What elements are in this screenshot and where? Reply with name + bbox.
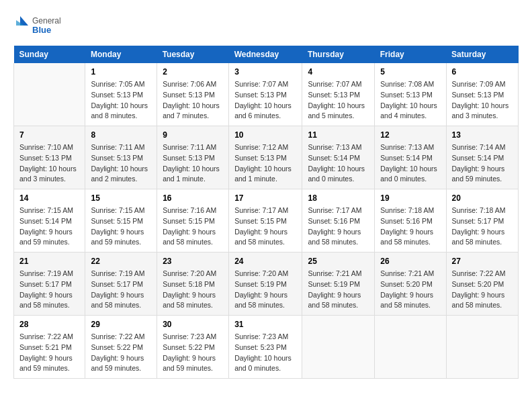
day-number: 16 <box>163 193 223 203</box>
day-info: Sunrise: 7:22 AM Sunset: 5:22 PM Dayligh… <box>91 332 151 374</box>
day-info: Sunrise: 7:20 AM Sunset: 5:18 PM Dayligh… <box>163 269 223 311</box>
day-info: Sunrise: 7:13 AM Sunset: 5:14 PM Dayligh… <box>380 142 440 185</box>
day-number: 13 <box>452 130 513 140</box>
calendar-cell: 2Sunrise: 7:06 AM Sunset: 5:13 PM Daylig… <box>157 63 229 126</box>
day-info: Sunrise: 7:05 AM Sunset: 5:13 PM Dayligh… <box>91 79 151 122</box>
calendar-cell: 29Sunrise: 7:22 AM Sunset: 5:22 PM Dayli… <box>85 316 157 379</box>
day-number: 21 <box>19 257 79 266</box>
calendar-cell: 30Sunrise: 7:23 AM Sunset: 5:22 PM Dayli… <box>157 316 229 379</box>
day-info: Sunrise: 7:23 AM Sunset: 5:22 PM Dayligh… <box>163 332 223 374</box>
weekday-header-thursday: Thursday <box>302 46 375 63</box>
calendar-cell <box>446 316 519 379</box>
day-info: Sunrise: 7:21 AM Sunset: 5:19 PM Dayligh… <box>308 269 369 311</box>
day-info: Sunrise: 7:19 AM Sunset: 5:17 PM Dayligh… <box>91 269 151 311</box>
day-number: 19 <box>380 193 440 203</box>
day-info: Sunrise: 7:14 AM Sunset: 5:14 PM Dayligh… <box>452 142 513 185</box>
calendar-cell: 28Sunrise: 7:22 AM Sunset: 5:21 PM Dayli… <box>14 316 85 379</box>
calendar-cell: 7Sunrise: 7:10 AM Sunset: 5:13 PM Daylig… <box>14 126 85 189</box>
day-number: 28 <box>19 320 79 329</box>
day-number: 14 <box>19 193 79 203</box>
day-number: 2 <box>163 67 223 77</box>
day-info: Sunrise: 7:10 AM Sunset: 5:13 PM Dayligh… <box>19 142 79 185</box>
week-row-4: 28Sunrise: 7:22 AM Sunset: 5:21 PM Dayli… <box>14 316 519 379</box>
day-info: Sunrise: 7:19 AM Sunset: 5:17 PM Dayligh… <box>19 269 79 311</box>
calendar-cell: 31Sunrise: 7:23 AM Sunset: 5:23 PM Dayli… <box>229 316 302 379</box>
calendar-cell: 6Sunrise: 7:09 AM Sunset: 5:13 PM Daylig… <box>446 63 519 126</box>
weekday-header-tuesday: Tuesday <box>157 46 229 63</box>
weekday-header-saturday: Saturday <box>446 46 519 63</box>
day-number: 29 <box>91 320 151 329</box>
calendar-cell: 14Sunrise: 7:15 AM Sunset: 5:14 PM Dayli… <box>14 189 85 253</box>
day-info: Sunrise: 7:11 AM Sunset: 5:13 PM Dayligh… <box>91 142 151 185</box>
day-number: 30 <box>163 320 223 329</box>
calendar-cell: 27Sunrise: 7:22 AM Sunset: 5:20 PM Dayli… <box>446 253 519 316</box>
calendar-cell <box>14 63 85 126</box>
day-number: 25 <box>308 257 369 266</box>
svg-text:Blue: Blue <box>32 25 51 35</box>
week-row-3: 21Sunrise: 7:19 AM Sunset: 5:17 PM Dayli… <box>14 253 519 316</box>
day-number: 1 <box>91 67 151 77</box>
calendar-cell: 8Sunrise: 7:11 AM Sunset: 5:13 PM Daylig… <box>85 126 157 189</box>
day-info: Sunrise: 7:12 AM Sunset: 5:13 PM Dayligh… <box>234 142 296 185</box>
day-info: Sunrise: 7:17 AM Sunset: 5:16 PM Dayligh… <box>308 205 369 248</box>
calendar-table: SundayMondayTuesdayWednesdayThursdayFrid… <box>13 46 519 379</box>
day-number: 17 <box>234 193 296 203</box>
calendar-cell: 12Sunrise: 7:13 AM Sunset: 5:14 PM Dayli… <box>375 126 446 189</box>
day-number: 9 <box>163 130 223 140</box>
calendar-cell <box>375 316 446 379</box>
day-number: 26 <box>380 257 440 266</box>
day-info: Sunrise: 7:15 AM Sunset: 5:15 PM Dayligh… <box>91 205 151 248</box>
calendar-cell: 24Sunrise: 7:20 AM Sunset: 5:19 PM Dayli… <box>229 253 302 316</box>
day-number: 15 <box>91 193 151 203</box>
day-info: Sunrise: 7:15 AM Sunset: 5:14 PM Dayligh… <box>19 205 79 248</box>
day-number: 3 <box>234 67 296 77</box>
week-row-2: 14Sunrise: 7:15 AM Sunset: 5:14 PM Dayli… <box>14 189 519 253</box>
day-number: 8 <box>91 130 151 140</box>
day-number: 31 <box>234 320 296 329</box>
calendar-cell: 26Sunrise: 7:21 AM Sunset: 5:20 PM Dayli… <box>375 253 446 316</box>
day-number: 22 <box>91 257 151 266</box>
day-number: 12 <box>380 130 440 140</box>
day-info: Sunrise: 7:06 AM Sunset: 5:13 PM Dayligh… <box>163 79 223 122</box>
calendar-cell: 1Sunrise: 7:05 AM Sunset: 5:13 PM Daylig… <box>85 63 157 126</box>
day-info: Sunrise: 7:13 AM Sunset: 5:14 PM Dayligh… <box>308 142 369 185</box>
day-info: Sunrise: 7:20 AM Sunset: 5:19 PM Dayligh… <box>234 269 296 311</box>
day-number: 20 <box>452 193 513 203</box>
day-number: 4 <box>308 67 369 77</box>
calendar-cell: 17Sunrise: 7:17 AM Sunset: 5:15 PM Dayli… <box>229 189 302 253</box>
day-number: 7 <box>19 130 79 140</box>
calendar-cell: 11Sunrise: 7:13 AM Sunset: 5:14 PM Dayli… <box>302 126 375 189</box>
calendar-cell: 19Sunrise: 7:18 AM Sunset: 5:16 PM Dayli… <box>375 189 446 253</box>
logo: General Blue <box>13 13 67 38</box>
calendar-cell: 18Sunrise: 7:17 AM Sunset: 5:16 PM Dayli… <box>302 189 375 253</box>
calendar-cell: 15Sunrise: 7:15 AM Sunset: 5:15 PM Dayli… <box>85 189 157 253</box>
calendar-cell: 3Sunrise: 7:07 AM Sunset: 5:13 PM Daylig… <box>229 63 302 126</box>
calendar-cell: 21Sunrise: 7:19 AM Sunset: 5:17 PM Dayli… <box>14 253 85 316</box>
day-number: 24 <box>234 257 296 266</box>
weekday-header-row: SundayMondayTuesdayWednesdayThursdayFrid… <box>14 46 519 63</box>
day-number: 6 <box>452 67 513 77</box>
calendar-cell: 5Sunrise: 7:08 AM Sunset: 5:13 PM Daylig… <box>375 63 446 126</box>
day-info: Sunrise: 7:23 AM Sunset: 5:23 PM Dayligh… <box>234 332 296 374</box>
day-info: Sunrise: 7:11 AM Sunset: 5:13 PM Dayligh… <box>163 142 223 185</box>
calendar-cell: 16Sunrise: 7:16 AM Sunset: 5:15 PM Dayli… <box>157 189 229 253</box>
day-info: Sunrise: 7:08 AM Sunset: 5:13 PM Dayligh… <box>380 79 440 122</box>
logo-svg: General Blue <box>13 13 67 38</box>
day-info: Sunrise: 7:16 AM Sunset: 5:15 PM Dayligh… <box>163 205 223 248</box>
day-info: Sunrise: 7:07 AM Sunset: 5:13 PM Dayligh… <box>234 79 296 122</box>
day-number: 27 <box>452 257 513 266</box>
day-number: 23 <box>163 257 223 266</box>
day-info: Sunrise: 7:18 AM Sunset: 5:16 PM Dayligh… <box>380 205 440 248</box>
day-info: Sunrise: 7:09 AM Sunset: 5:13 PM Dayligh… <box>452 79 513 122</box>
day-number: 10 <box>234 130 296 140</box>
day-info: Sunrise: 7:07 AM Sunset: 5:13 PM Dayligh… <box>308 79 369 122</box>
day-info: Sunrise: 7:21 AM Sunset: 5:20 PM Dayligh… <box>380 269 440 311</box>
calendar-cell: 9Sunrise: 7:11 AM Sunset: 5:13 PM Daylig… <box>157 126 229 189</box>
day-info: Sunrise: 7:22 AM Sunset: 5:20 PM Dayligh… <box>452 269 513 311</box>
calendar-cell: 20Sunrise: 7:18 AM Sunset: 5:17 PM Dayli… <box>446 189 519 253</box>
week-row-0: 1Sunrise: 7:05 AM Sunset: 5:13 PM Daylig… <box>14 63 519 126</box>
day-info: Sunrise: 7:17 AM Sunset: 5:15 PM Dayligh… <box>234 205 296 248</box>
weekday-header-friday: Friday <box>375 46 446 63</box>
calendar-cell: 4Sunrise: 7:07 AM Sunset: 5:13 PM Daylig… <box>302 63 375 126</box>
day-number: 5 <box>380 67 440 77</box>
